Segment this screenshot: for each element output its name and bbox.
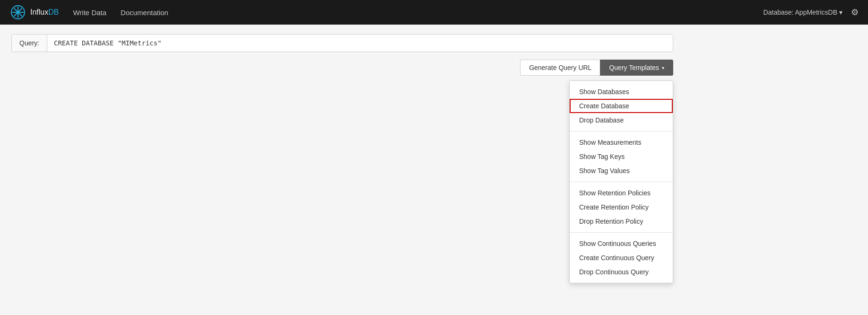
dropdown-item-1-0[interactable]: Show Measurements <box>570 135 673 149</box>
dropdown-item-0-0[interactable]: Show Databases <box>570 85 673 99</box>
query-templates-dropdown: Show DatabasesCreate DatabaseDrop Databa… <box>569 80 673 283</box>
logo-db: DB <box>48 8 59 16</box>
main-content: Query: Generate Query URL Query Template… <box>0 25 868 85</box>
query-templates-label: Query Templates <box>609 64 659 71</box>
dropdown-section-3: Show Continuous QueriesCreate Continuous… <box>570 233 673 283</box>
navbar-left: InfluxDB Write Data Documentation <box>9 4 168 21</box>
dropdown-item-0-2[interactable]: Drop Database <box>570 113 673 127</box>
generate-query-url-button[interactable]: Generate Query URL <box>520 60 600 76</box>
dropdown-section-1: Show MeasurementsShow Tag KeysShow Tag V… <box>570 131 673 182</box>
dropdown-item-2-1[interactable]: Create Retention Policy <box>570 200 673 214</box>
influxdb-logo-icon <box>9 4 26 21</box>
logo-influx: Influx <box>30 8 48 16</box>
dropdown-item-1-2[interactable]: Show Tag Values <box>570 164 673 178</box>
dropdown-item-1-1[interactable]: Show Tag Keys <box>570 149 673 164</box>
navbar: InfluxDB Write Data Documentation Databa… <box>0 0 868 25</box>
dropdown-item-3-2[interactable]: Drop Continuous Query <box>570 265 673 279</box>
nav-write-data[interactable]: Write Data <box>73 9 106 17</box>
svg-point-5 <box>17 11 19 14</box>
dropdown-item-2-0[interactable]: Show Retention Policies <box>570 186 673 200</box>
query-input[interactable] <box>47 35 673 52</box>
nav-documentation[interactable]: Documentation <box>121 9 168 17</box>
settings-gear-icon[interactable]: ⚙ <box>851 7 859 18</box>
toolbar: Generate Query URL Query Templates ▾ Sho… <box>11 60 673 76</box>
dropdown-section-0: Show DatabasesCreate DatabaseDrop Databa… <box>570 81 673 131</box>
dropdown-section-2: Show Retention PoliciesCreate Retention … <box>570 182 673 233</box>
logo[interactable]: InfluxDB <box>9 4 59 21</box>
query-label: Query: <box>12 35 47 52</box>
database-selector-label: Database: AppMetricsDB <box>764 9 837 16</box>
logo-text: InfluxDB <box>30 8 59 17</box>
dropdown-item-0-1[interactable]: Create Database <box>570 99 673 113</box>
chevron-down-icon: ▾ <box>839 9 842 16</box>
query-bar: Query: <box>11 34 673 52</box>
query-templates-button[interactable]: Query Templates ▾ <box>600 60 673 76</box>
dropdown-item-3-0[interactable]: Show Continuous Queries <box>570 236 673 251</box>
dropdown-item-2-2[interactable]: Drop Retention Policy <box>570 214 673 228</box>
dropdown-item-3-1[interactable]: Create Continuous Query <box>570 251 673 265</box>
caret-down-icon: ▾ <box>662 65 664 70</box>
navbar-right: Database: AppMetricsDB ▾ ⚙ <box>764 7 859 18</box>
database-selector[interactable]: Database: AppMetricsDB ▾ <box>764 9 842 16</box>
